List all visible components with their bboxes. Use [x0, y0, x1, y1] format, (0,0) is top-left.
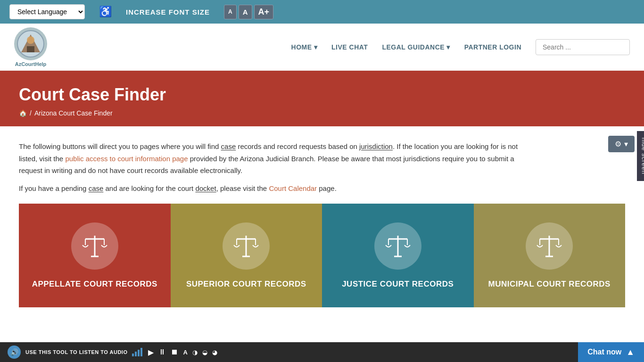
- gear-icon: ⚙: [615, 140, 621, 148]
- top-bar: Select Language ♿ INCREASE FONT SIZE A A…: [0, 0, 644, 24]
- language-selector-wrapper[interactable]: Select Language: [9, 4, 85, 19]
- nav-partner-login[interactable]: PARTNER LOGIN: [464, 43, 521, 51]
- main-content: ⚙ ▾ The following buttons will direct yo…: [0, 126, 644, 321]
- scales-icon-4: [535, 232, 563, 260]
- font-size-label: INCREASE FONT SIZE: [126, 8, 210, 16]
- breadcrumb-home-link[interactable]: 🏠: [19, 109, 27, 117]
- logo-area[interactable]: AzCourtHelp: [14, 27, 47, 67]
- font-medium-button[interactable]: A: [239, 5, 252, 19]
- desc-text-6: and are looking for the court: [103, 184, 195, 192]
- desc-text-5: If you have a pending: [19, 184, 89, 192]
- nav-legal-guidance[interactable]: LEGAL GUIDANCE ▾: [382, 43, 450, 51]
- jurisdiction-abbr: jurisdiction: [359, 142, 393, 150]
- municipal-card-label: MUNICIPAL COURT RECORDS: [488, 279, 611, 289]
- accessibility-icon: ♿: [99, 6, 112, 18]
- justice-card-label: JUSTICE COURT RECORDS: [342, 279, 454, 289]
- appellate-card-label: APPELLATE COURT RECORDS: [32, 279, 157, 289]
- municipal-icon-circle: [526, 222, 573, 270]
- municipal-court-card[interactable]: MUNICIPAL COURT RECORDS: [474, 204, 626, 307]
- settings-dropdown-icon: ▾: [624, 140, 628, 148]
- desc-text-2: records and record requests based on: [236, 142, 359, 150]
- settings-button[interactable]: ⚙ ▾: [608, 136, 635, 152]
- desc-text-7: , please visit the: [216, 184, 269, 192]
- superior-card-label: SUPERIOR COURT RECORDS: [186, 279, 306, 289]
- justice-court-card[interactable]: JUSTICE COURT RECORDS: [322, 204, 474, 307]
- svg-rect-2: [27, 46, 34, 52]
- header: AzCourtHelp HOME ▾ LIVE CHAT LEGAL GUIDA…: [0, 24, 644, 71]
- svg-point-3: [27, 36, 34, 44]
- main-nav: HOME ▾ LIVE CHAT LEGAL GUIDANCE ▾ PARTNE…: [291, 39, 630, 55]
- desc-text-1: The following buttons will direct you to…: [19, 142, 221, 150]
- desc-text-8: page.: [317, 184, 337, 192]
- scales-icon-2: [232, 232, 260, 260]
- font-large-button[interactable]: A+: [254, 5, 274, 19]
- case-abbr-1: case: [221, 142, 236, 150]
- font-small-button[interactable]: A: [224, 5, 237, 19]
- court-cards: APPELLATE COURT RECORDS SUPERIOR COURT R…: [19, 204, 625, 307]
- scales-icon-3: [384, 232, 412, 260]
- nav-live-chat[interactable]: LIVE CHAT: [331, 43, 368, 51]
- legal-dropdown-icon: ▾: [446, 43, 450, 51]
- justice-icon-circle: [374, 222, 421, 270]
- hero-banner: Court Case Finder 🏠 / Arizona Court Case…: [0, 71, 644, 126]
- breadcrumb-separator: /: [30, 109, 32, 117]
- breadcrumb: 🏠 / Arizona Court Case Finder: [19, 109, 625, 117]
- logo-text: AzCourtHelp: [15, 61, 47, 67]
- docket-abbr: docket: [195, 184, 216, 192]
- appellate-icon-circle: [71, 222, 118, 270]
- search-input[interactable]: [536, 39, 630, 55]
- public-access-link[interactable]: public access to court information page: [65, 155, 188, 163]
- logo-circle: [14, 27, 47, 60]
- breadcrumb-current: Arizona Court Case Finder: [34, 109, 113, 117]
- font-size-controls: A A A+: [224, 5, 273, 19]
- page-title: Court Case Finder: [19, 85, 625, 105]
- superior-court-card[interactable]: SUPERIOR COURT RECORDS: [171, 204, 322, 307]
- appellate-court-card[interactable]: APPELLATE COURT RECORDS: [19, 204, 171, 307]
- logo-svg: [17, 30, 45, 58]
- court-calendar-link[interactable]: Court Calendar: [269, 184, 317, 192]
- nav-home[interactable]: HOME ▾: [291, 43, 318, 51]
- scales-icon-1: [81, 232, 109, 260]
- home-dropdown-icon: ▾: [314, 43, 318, 51]
- description-text: The following buttons will direct you to…: [19, 140, 537, 194]
- case-abbr-2: case: [89, 184, 104, 192]
- language-select[interactable]: Select Language: [9, 4, 85, 19]
- hide-screen-panel[interactable]: hide screen: [637, 131, 644, 181]
- superior-icon-circle: [223, 222, 270, 270]
